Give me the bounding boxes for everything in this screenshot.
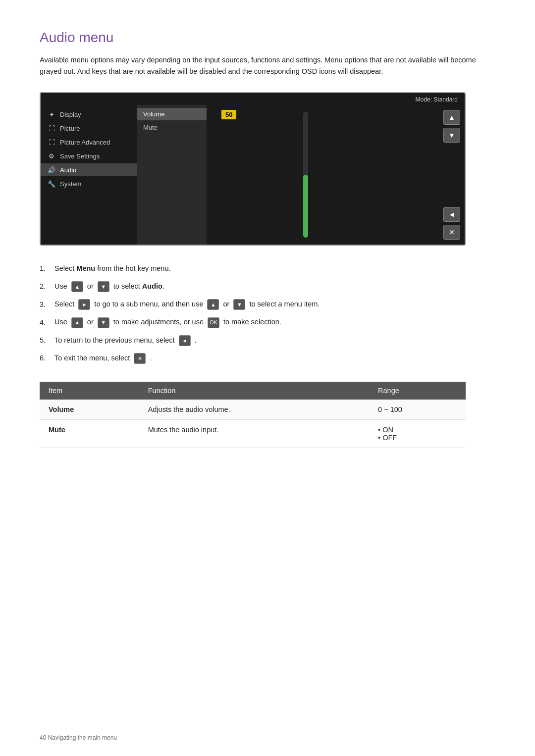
intro-paragraph: Available menu options may vary dependin… bbox=[40, 54, 495, 77]
osd-menu-picture: ⛶ Picture bbox=[41, 122, 137, 135]
osd-slider-track bbox=[303, 112, 308, 238]
audio-icon: 🔊 bbox=[47, 166, 56, 174]
table-cell-mute-function: Mutes the audio input. bbox=[139, 419, 369, 448]
osd-controls: ▲ ▼ ◄ ✕ bbox=[439, 105, 465, 245]
osd-btn-up[interactable]: ▲ bbox=[443, 110, 460, 125]
instruction-num-5: 5. bbox=[40, 335, 54, 346]
instruction-2: 2. Use ▲ or ▼ to select Audio. bbox=[40, 281, 495, 292]
page-footer: 40 Navigating the main menu bbox=[40, 734, 117, 741]
down-btn-3[interactable]: ▼ bbox=[233, 299, 245, 310]
osd-menu-audio: 🔊 Audio bbox=[41, 163, 137, 176]
instruction-num-4: 4. bbox=[40, 317, 54, 328]
instruction-4: 4. Use ▲ or ▼ to make adjustments, or us… bbox=[40, 317, 495, 328]
instruction-num-2: 2. bbox=[40, 281, 54, 292]
table-header-range: Range bbox=[369, 382, 466, 400]
osd-submenu-mute: Mute bbox=[137, 121, 207, 134]
table-header-item: Item bbox=[40, 382, 139, 400]
osd-value-area: 50 bbox=[207, 105, 276, 245]
save-settings-icon: ⚙ bbox=[47, 152, 56, 160]
osd-btn-exit[interactable]: ✕ bbox=[443, 225, 460, 240]
system-icon: 🔧 bbox=[47, 180, 56, 188]
instruction-3: 3. Select ► to go to a sub menu, and the… bbox=[40, 299, 495, 310]
instruction-num-6: 6. bbox=[40, 353, 54, 364]
instruction-5: 5. To return to the previous menu, selec… bbox=[40, 335, 495, 346]
up-btn-4[interactable]: ▲ bbox=[71, 317, 83, 328]
osd-menu: ✦ Display ⛶ Picture ⛶ Picture Advanced ⚙… bbox=[41, 105, 137, 245]
display-icon: ✦ bbox=[47, 110, 56, 118]
osd-value-badge: 50 bbox=[221, 110, 236, 119]
osd-menu-picture-advanced: ⛶ Picture Advanced bbox=[41, 136, 137, 149]
osd-empty-area bbox=[335, 105, 439, 245]
picture-icon: ⛶ bbox=[47, 124, 56, 132]
instruction-num-1: 1. bbox=[40, 263, 54, 274]
osd-menu-save-settings: ⚙ Save Settings bbox=[41, 150, 137, 162]
osd-slider-fill bbox=[303, 175, 308, 238]
osd-submenu: Volume Mute bbox=[137, 105, 207, 245]
up-btn-3[interactable]: ▲ bbox=[207, 299, 219, 310]
osd-screen: Mode: Standard ✦ Display ⛶ Picture ⛶ Pic… bbox=[40, 92, 466, 246]
osd-btn-back[interactable]: ◄ bbox=[443, 207, 460, 222]
table-cell-volume-item: Volume bbox=[40, 400, 139, 420]
page-title: Audio menu bbox=[40, 30, 495, 46]
osd-menu-system: 🔧 System bbox=[41, 177, 137, 190]
instruction-1: 1. Select Menu from the hot key menu. bbox=[40, 263, 495, 274]
table-row-volume: Volume Adjusts the audio volume. 0 ~ 100 bbox=[40, 400, 466, 420]
table-cell-volume-function: Adjusts the audio volume. bbox=[139, 400, 369, 420]
osd-submenu-volume: Volume bbox=[137, 108, 207, 120]
osd-mode-label: Mode: Standard bbox=[41, 93, 465, 105]
table-cell-mute-item: Mute bbox=[40, 419, 139, 448]
page-number: 40 bbox=[40, 734, 46, 741]
down-btn-4[interactable]: ▼ bbox=[98, 317, 109, 328]
table-row-mute: Mute Mutes the audio input. • ON• OFF bbox=[40, 419, 466, 448]
function-table: Item Function Range Volume Adjusts the a… bbox=[40, 382, 466, 448]
down-btn-2[interactable]: ▼ bbox=[98, 281, 109, 292]
instructions-section: 1. Select Menu from the hot key menu. 2.… bbox=[40, 263, 495, 364]
back-btn-5[interactable]: ◄ bbox=[179, 335, 191, 346]
up-btn-2[interactable]: ▲ bbox=[71, 281, 83, 292]
osd-btn-down[interactable]: ▼ bbox=[443, 128, 460, 143]
right-btn-3[interactable]: ► bbox=[78, 299, 90, 310]
picture-advanced-icon: ⛶ bbox=[47, 138, 56, 146]
table-cell-mute-range: • ON• OFF bbox=[369, 419, 466, 448]
footer-section: Navigating the main menu bbox=[48, 734, 117, 741]
instruction-6: 6. To exit the menu, select ✕ . bbox=[40, 353, 495, 364]
osd-slider bbox=[276, 105, 335, 245]
table-cell-volume-range: 0 ~ 100 bbox=[369, 400, 466, 420]
instruction-num-3: 3. bbox=[40, 300, 54, 310]
osd-menu-display: ✦ Display bbox=[41, 108, 137, 121]
table-header-function: Function bbox=[139, 382, 369, 400]
ok-btn-4[interactable]: OK bbox=[208, 317, 219, 328]
exit-btn-6[interactable]: ✕ bbox=[134, 353, 146, 364]
